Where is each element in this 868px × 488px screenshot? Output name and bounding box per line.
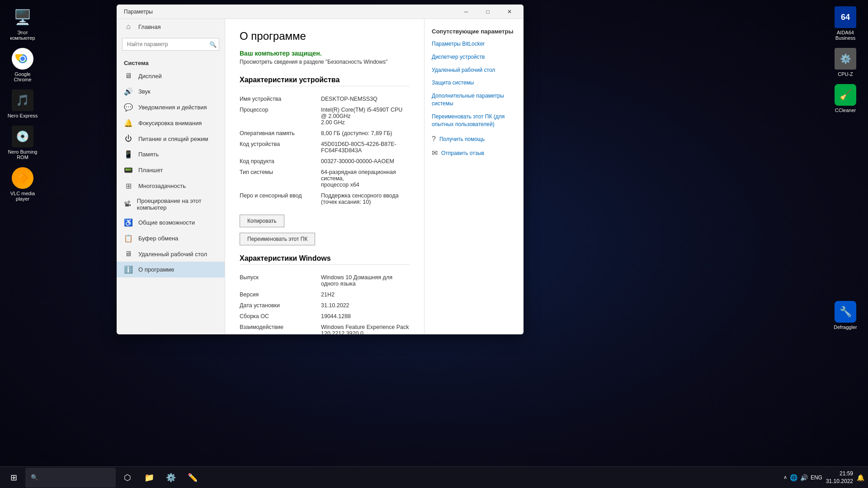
about-label: О программе xyxy=(138,266,175,273)
feedback-link[interactable]: Отправить отзыв xyxy=(441,150,484,156)
vlc-icon: 🔶 xyxy=(12,167,33,189)
remote-desktop-icon: 🖥 xyxy=(124,250,133,258)
chevron-up-icon[interactable]: ∧ xyxy=(783,474,787,480)
spec-value-device-name: DESKTOP-NEMSS3Q xyxy=(321,96,410,102)
defraggler-icon: 🔧 xyxy=(835,301,856,323)
sidebar-home[interactable]: ⌂ Главная xyxy=(117,19,225,34)
sidebar-item-about[interactable]: ℹ️ О программе xyxy=(117,262,225,277)
desktop: 🖥️ Этот компьютер Google Chrome 🎵 N xyxy=(0,0,868,488)
related-advanced-system[interactable]: Дополнительные параметры системы xyxy=(432,92,516,108)
related-system-protection[interactable]: Защита системы xyxy=(432,79,516,87)
sidebar-item-sound[interactable]: 🔊 Звук xyxy=(117,84,225,99)
search-input[interactable] xyxy=(122,38,219,51)
sidebar-item-accessibility[interactable]: ♿ Общие возможности xyxy=(117,215,225,230)
desktop-icon-nero-express[interactable]: 🎵 Nero Express xyxy=(5,88,41,120)
spec-value-edition: Windows 10 Домашняя для одного языка xyxy=(321,274,410,287)
language-label[interactable]: ENG xyxy=(811,474,822,481)
chrome-label: Google Chrome xyxy=(6,71,39,82)
search-icon: 🔍 xyxy=(209,41,217,48)
security-sub: Просмотреть сведения в разделе "Безопасн… xyxy=(240,59,410,65)
windows-section-title: Характеристики Windows xyxy=(240,254,410,265)
accessibility-label: Общие возможности xyxy=(138,219,195,226)
related-device-manager[interactable]: Диспетчер устройств xyxy=(432,53,516,61)
spec-row-system-type: Тип системы 64-разрядная операционная си… xyxy=(240,167,410,190)
related-rename-advanced[interactable]: Переименовать этот ПК (для опытных польз… xyxy=(432,113,516,128)
spec-row-device-id: Код устройства 45D01D6D-80C5-4226-B87E-F… xyxy=(240,139,410,156)
window-body: ⌂ Главная 🔍 Система 🖥 Дисплей 🔊 Звук xyxy=(117,19,524,334)
nero-express-label: Nero Express xyxy=(8,113,38,118)
search-box: 🔍 xyxy=(122,38,219,51)
spec-label-build: Сборка ОС xyxy=(240,313,321,319)
desktop-icon-nero-burning[interactable]: 💿 Nero Burning ROM xyxy=(5,124,41,162)
taskbar-clock[interactable]: 21:59 31.10.2022 xyxy=(826,470,853,485)
sidebar-item-clipboard[interactable]: 📋 Буфер обмена xyxy=(117,230,225,246)
taskbar-settings-button[interactable]: ⚙️ xyxy=(161,468,181,488)
desktop-icon-ccleaner[interactable]: 🧹 CCleaner xyxy=(827,82,863,115)
about-icon: ℹ️ xyxy=(124,265,133,274)
clock-time: 21:59 xyxy=(826,470,853,478)
title-bar: Параметры ─ □ ✕ xyxy=(117,5,524,19)
sidebar-item-memory[interactable]: 📱 Память xyxy=(117,146,225,162)
sidebar-item-tablet[interactable]: 📟 Планшет xyxy=(117,162,225,178)
aida64-icon: 64 xyxy=(835,6,856,28)
notification-button[interactable]: 🔔 xyxy=(857,474,864,481)
vlc-label: VLC media player xyxy=(6,191,39,202)
network-icon[interactable]: 🌐 xyxy=(790,474,797,481)
desktop-icons-left: 🖥️ Этот компьютер Google Chrome 🎵 N xyxy=(0,0,45,208)
spec-value-ram: 8,00 ГБ (доступно: 7,89 ГБ) xyxy=(321,130,410,136)
close-button[interactable]: ✕ xyxy=(499,5,520,19)
taskbar-search-icon: 🔍 xyxy=(31,474,38,481)
search-button[interactable]: 🔍 xyxy=(25,468,116,488)
sidebar-item-notifications[interactable]: 💬 Уведомления и действия xyxy=(117,99,225,115)
spec-value-install-date: 31.10.2022 xyxy=(321,302,410,309)
related-remote-desktop[interactable]: Удаленный рабочий стол xyxy=(432,66,516,74)
spec-value-device-id: 45D01D6D-80C5-4226-B87E-FC64F43D843A xyxy=(321,141,410,154)
focus-label: Фокусировка внимания xyxy=(138,120,202,127)
maximize-button[interactable]: □ xyxy=(477,5,498,19)
rename-pc-button[interactable]: Переименовать этот ПК xyxy=(240,233,315,245)
related-bitlocker[interactable]: Параметры BitLocker xyxy=(432,40,516,48)
sidebar-section-title: Система xyxy=(117,54,225,68)
start-button[interactable]: ⊞ xyxy=(4,468,24,488)
desktop-icon-this-pc[interactable]: 🖥️ Этот компьютер xyxy=(5,5,41,42)
spec-row-processor: Процессор Intel(R) Core(TM) i5-4590T CPU… xyxy=(240,104,410,128)
spec-value-system-type: 64-разрядная операционная система,процес… xyxy=(321,169,410,188)
home-label: Главная xyxy=(138,23,160,30)
sidebar-item-focus[interactable]: 🔔 Фокусировка внимания xyxy=(117,115,225,131)
volume-icon[interactable]: 🔊 xyxy=(800,474,808,481)
spec-label-pen-touch: Перо и сенсорный ввод xyxy=(240,192,321,205)
chrome-icon xyxy=(12,48,33,70)
sidebar-item-projection[interactable]: 📽 Проецирование на этот компьютер xyxy=(117,194,225,215)
sidebar-item-display[interactable]: 🖥 Дисплей xyxy=(117,68,225,84)
minimize-button[interactable]: ─ xyxy=(456,5,476,19)
sidebar-item-power[interactable]: ⏻ Питание и спящий режим xyxy=(117,131,225,146)
file-explorer-button[interactable]: 📁 xyxy=(139,468,159,488)
get-help-item: ? Получить помощь xyxy=(432,135,516,143)
spec-row-device-name: Имя устройства DESKTOP-NEMSS3Q xyxy=(240,94,410,104)
sidebar-item-multitask[interactable]: ⊞ Многозадачность xyxy=(117,178,225,194)
desktop-icon-chrome[interactable]: Google Chrome xyxy=(5,46,41,84)
feedback-icon: ✉ xyxy=(432,149,438,157)
multitask-label: Многозадачность xyxy=(138,183,186,189)
desktop-icon-cpuz[interactable]: ⚙️ CPU-Z xyxy=(827,46,863,79)
task-view-button[interactable]: ⬡ xyxy=(118,468,137,488)
desktop-icon-vlc[interactable]: 🔶 VLC media player xyxy=(5,165,41,203)
nero-burning-label: Nero Burning ROM xyxy=(6,149,39,160)
copy-device-specs-button[interactable]: Копировать xyxy=(240,215,284,227)
clipboard-label: Буфер обмена xyxy=(138,235,178,242)
spec-row-product-id: Код продукта 00327-30000-00000-AAOEM xyxy=(240,156,410,167)
related-settings-panel: Сопутствующие параметры Параметры BitLoc… xyxy=(424,19,524,334)
tablet-icon: 📟 xyxy=(124,166,133,174)
sidebar-item-remote-desktop[interactable]: 🖥 Удаленный рабочий стол xyxy=(117,246,225,262)
get-help-link[interactable]: Получить помощь xyxy=(439,136,485,142)
desktop-icon-aida64[interactable]: 64 AIDA64 Business xyxy=(827,5,863,42)
power-label: Питание и спящий режим xyxy=(138,136,208,142)
home-icon: ⌂ xyxy=(124,23,133,31)
spec-label-system-type: Тип системы xyxy=(240,169,321,188)
focus-icon: 🔔 xyxy=(124,119,133,127)
desktop-icon-defraggler[interactable]: 🔧 Defraggler xyxy=(827,299,863,332)
spec-row-install-date: Дата установки 31.10.2022 xyxy=(240,300,410,311)
security-status: Ваш компьютер защищен. xyxy=(240,50,410,57)
taskbar-pen-button[interactable]: ✏️ xyxy=(183,468,203,488)
remote-desktop-label: Удаленный рабочий стол xyxy=(138,251,207,258)
